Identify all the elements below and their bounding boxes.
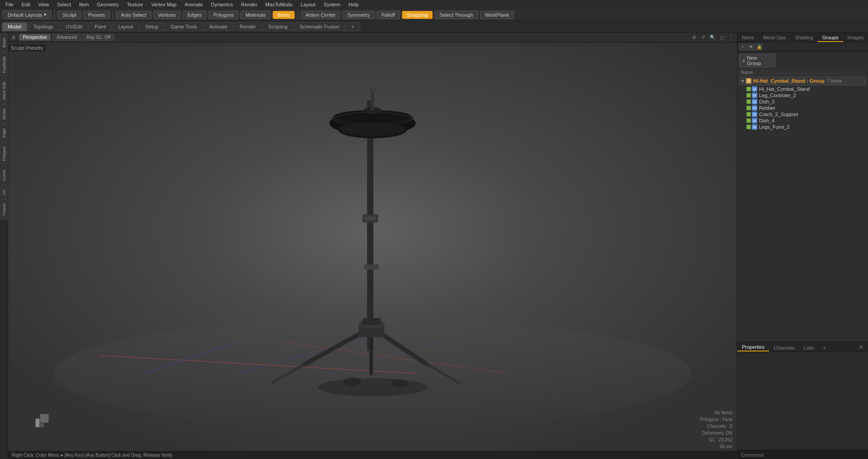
- menu-view[interactable]: View: [35, 1, 53, 8]
- menu-help[interactable]: Help: [345, 1, 363, 8]
- symmetry-btn[interactable]: Symmetry: [342, 11, 375, 19]
- menu-render[interactable]: Render: [237, 1, 261, 8]
- items-btn-toolbar[interactable]: Items: [273, 11, 295, 19]
- viewport-perspective-btn[interactable]: Perspective: [19, 34, 51, 41]
- workplane-btn[interactable]: WorkPlane: [480, 11, 514, 19]
- viewport-advanced-btn[interactable]: Advanced: [52, 34, 80, 41]
- group-name: Hi-Hat_Cymbal_Stand : Group: [753, 78, 825, 84]
- menu-system[interactable]: System: [320, 1, 344, 8]
- action-center-btn[interactable]: Action Center: [301, 11, 341, 19]
- snapping-btn[interactable]: Snapping: [402, 11, 433, 19]
- menu-select[interactable]: Select: [53, 1, 75, 8]
- tab-model[interactable]: Model: [2, 22, 27, 31]
- vis-checkbox-2[interactable]: [746, 99, 751, 104]
- tab-game-tools[interactable]: Game Tools: [165, 22, 203, 31]
- tree-item-4[interactable]: M Crach_2_Support: [739, 111, 866, 117]
- tab-setup[interactable]: Setup: [139, 22, 164, 31]
- vis-checkbox-0[interactable]: [746, 87, 751, 91]
- tab-render[interactable]: Render: [234, 22, 262, 31]
- viewport-icon-3[interactable]: 🔍: [708, 34, 717, 40]
- tree-item-1[interactable]: M Leg_Controler_2: [739, 92, 866, 98]
- viewport-icon-1[interactable]: ⚙: [690, 34, 698, 40]
- viewport-expand-btn[interactable]: ⊞: [10, 34, 17, 40]
- br-tab-add[interactable]: +: [818, 344, 830, 351]
- info-polygons: Polygons : Face: [700, 416, 732, 423]
- left-tab-edge[interactable]: Edge: [0, 124, 8, 142]
- tab-schematic-fusion[interactable]: Schematic Fusion: [294, 22, 345, 31]
- menu-edit[interactable]: Edit: [18, 1, 34, 8]
- layout-label: Default Layouts: [8, 12, 42, 18]
- menu-vertex-map[interactable]: Vertex Map: [148, 1, 180, 8]
- viewport-icon-2[interactable]: ↺: [699, 34, 707, 40]
- rp-tab-shading[interactable]: Shading: [790, 34, 817, 42]
- group-header[interactable]: ▾ G Hi-Hat_Cymbal_Stand : Group 7 Items: [739, 76, 866, 85]
- vertices-btn[interactable]: Vertices: [153, 11, 181, 19]
- select-through-btn[interactable]: Select Through: [434, 11, 478, 19]
- materials-btn[interactable]: Materials: [241, 11, 271, 19]
- menu-file[interactable]: File: [2, 1, 17, 8]
- viewport-container: ⊞ Perspective Advanced Ray GL: Off ⚙ ↺ 🔍…: [8, 33, 737, 459]
- toolbar-sep-1: [54, 11, 55, 19]
- viewport-nav-cube[interactable]: [31, 409, 53, 432]
- br-tab-lists[interactable]: Lists: [799, 344, 819, 351]
- menu-item[interactable]: Item: [75, 1, 92, 8]
- tree-item-3[interactable]: M Rebber: [739, 105, 866, 111]
- auto-select-btn[interactable]: Auto Select: [116, 11, 151, 19]
- br-tab-properties[interactable]: Properties: [737, 343, 769, 351]
- new-group-button[interactable]: + New Group: [739, 54, 775, 67]
- tab-scripting[interactable]: Scripting: [262, 22, 293, 31]
- left-tab-basic[interactable]: Basic: [0, 33, 8, 52]
- menu-layout[interactable]: Layout: [297, 1, 319, 8]
- tree-item-5[interactable]: M Dish_4: [739, 117, 866, 124]
- falloff-btn[interactable]: Falloff: [377, 11, 400, 19]
- vis-checkbox-4[interactable]: [746, 112, 751, 117]
- menu-texture[interactable]: Texture: [123, 1, 147, 8]
- tab-add-icon[interactable]: +: [345, 22, 360, 31]
- br-expand-icon[interactable]: ⇱: [855, 344, 868, 351]
- tree-item-6[interactable]: M Legs_Furni_2: [739, 124, 866, 130]
- rp-icon-eye[interactable]: 👁: [747, 43, 755, 51]
- vis-checkbox-3[interactable]: [746, 106, 751, 110]
- viewport-icon-5[interactable]: ⋮: [727, 34, 735, 40]
- item-name-6: Legs_Furni_2: [759, 124, 789, 130]
- viewport-status: Right Click: Color Menu ● [Any Key]-[Any…: [8, 451, 737, 459]
- viewport-raygl-btn[interactable]: Ray GL: Off: [83, 34, 115, 41]
- menu-geometry[interactable]: Geometry: [93, 1, 122, 8]
- br-tab-channels[interactable]: Channels: [769, 344, 799, 351]
- left-tab-mesh-edit[interactable]: Mesh Edit: [0, 78, 8, 104]
- rp-tab-groups[interactable]: Groups: [817, 34, 843, 42]
- left-tab-vertex[interactable]: Vertex: [0, 104, 8, 124]
- menu-dynamics[interactable]: Dynamics: [208, 1, 236, 8]
- rp-tab-items[interactable]: Items: [737, 34, 759, 42]
- tab-animate[interactable]: Animate: [203, 22, 233, 31]
- vis-checkbox-1[interactable]: [746, 93, 751, 98]
- tab-paint[interactable]: Paint: [89, 22, 112, 31]
- rp-tab-mesh-ops[interactable]: Mesh Ops: [759, 34, 790, 42]
- menu-animate[interactable]: Animate: [181, 1, 206, 8]
- tree-item-0[interactable]: M Hi_Hat_Cymbal_Stand: [739, 86, 866, 92]
- tab-uvedit[interactable]: UV/Edit: [60, 22, 88, 31]
- viewport-info: No Items Polygons : Face Channels : 0 De…: [700, 409, 732, 450]
- rp-icon-new[interactable]: +: [739, 43, 746, 51]
- command-input[interactable]: [737, 450, 868, 459]
- left-tab-duplicate[interactable]: Duplicate: [0, 52, 8, 77]
- edges-btn[interactable]: Edges: [183, 11, 207, 19]
- vis-checkbox-6[interactable]: [746, 125, 751, 129]
- left-tab-fusion[interactable]: Fusion: [0, 199, 8, 220]
- viewport-3d[interactable]: Sculpt Presets No Items Polygons : Face …: [8, 42, 737, 459]
- tab-layout[interactable]: Layout: [112, 22, 139, 31]
- vis-checkbox-5[interactable]: [746, 118, 751, 123]
- tab-topology[interactable]: Topology: [28, 22, 59, 31]
- left-tab-polygon[interactable]: Polygon: [0, 142, 8, 165]
- viewport-icon-4[interactable]: ◻: [718, 34, 726, 40]
- polygons-btn[interactable]: Polygons: [208, 11, 239, 19]
- menu-maxtomodo[interactable]: MaxToModo: [262, 1, 296, 8]
- rp-tab-images[interactable]: Images: [843, 34, 868, 42]
- sculpt-btn[interactable]: Sculpt: [57, 11, 81, 19]
- left-tab-uv[interactable]: UV: [0, 185, 8, 199]
- rp-icon-lock[interactable]: 🔒: [755, 43, 763, 51]
- tree-item-2[interactable]: M Dish_3: [739, 98, 866, 105]
- left-tab-curve[interactable]: Curve: [0, 166, 8, 185]
- layout-dropdown[interactable]: Default Layouts ▾: [3, 10, 52, 19]
- presets-btn[interactable]: Presets: [83, 11, 110, 19]
